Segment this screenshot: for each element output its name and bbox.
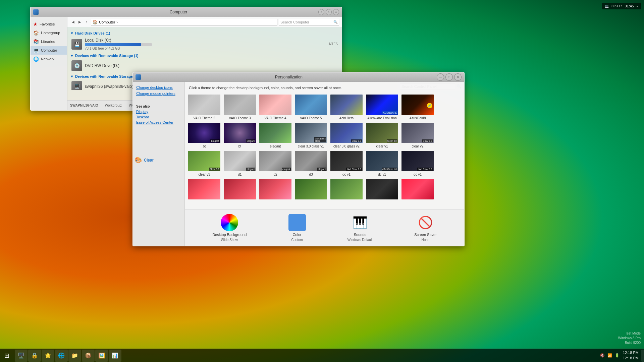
computer-forward-button[interactable]: ▶ <box>77 19 83 25</box>
taskbar-btn-6[interactable]: 📦 <box>82 350 95 362</box>
clear-icon: 🎨 <box>135 157 142 164</box>
removable1-label: Devices with Removable Storage (1) <box>75 54 139 58</box>
personalization-bottom-bar: Desktop Background Slide Show Color Cust… <box>185 209 464 246</box>
sounds-item[interactable]: 🎹 Sounds Windows Default <box>347 214 373 242</box>
libraries-icon: 📚 <box>33 39 39 44</box>
theme-item-d2[interactable]: elegant d2 <box>259 150 292 176</box>
removable2-label: Devices with Removable Storage (1) <box>75 74 139 78</box>
theme-item-clear30v1[interactable]: dark glassclear clear 3.0 glass v1 <box>294 122 328 148</box>
theme-thumb-vaio3 <box>223 94 257 116</box>
computer-address-path[interactable]: 🏠 Computer › <box>91 19 277 25</box>
theme-item-elegant[interactable]: elegant <box>259 122 292 148</box>
taskbar-btn-7[interactable]: 🖼️ <box>95 350 108 362</box>
computer-maximize-button[interactable]: ○ <box>326 9 332 15</box>
sidebar-item-network[interactable]: 🌐 Network <box>31 55 67 63</box>
theme-thumb-clear30v2: Clear 3.0 <box>330 122 363 144</box>
tray-volume-icon[interactable]: 🔇 <box>600 353 605 358</box>
computer-close-button[interactable]: ○ <box>333 9 339 15</box>
dvd-drive-name: DVD RW Drive (D:) <box>85 63 338 68</box>
address-separator: › <box>116 20 118 24</box>
theme-label-bt1: bt <box>203 144 206 148</box>
theme-item-clearv3[interactable]: Clear 3.0 clear v3 <box>187 150 221 176</box>
test-mode-line2: Windows 8 Pro <box>618 336 641 341</box>
theme-thumb-vaio2 <box>187 94 221 116</box>
taskbar-btn-3[interactable]: ⭐ <box>42 350 54 362</box>
sidebar-item-computer[interactable]: 💻 Computer <box>31 46 67 55</box>
theme-item-bt2[interactable]: Elegant bt <box>223 122 257 148</box>
taskbar-link[interactable]: Taskbar <box>133 114 184 120</box>
theme-item-row4-1[interactable] <box>187 178 221 200</box>
screen-saver-item[interactable]: 🚫 Screen Saver None <box>414 214 437 242</box>
theme-item-clear30v2[interactable]: Clear 3.0 clear 3.0 glass v2 <box>330 122 363 148</box>
tray-battery-icon[interactable]: 🔋 <box>615 353 620 358</box>
change-mouse-pointers-link[interactable]: Change mouse pointers <box>133 90 184 97</box>
computer-back-button[interactable]: ◀ <box>70 19 76 25</box>
computer-window-title: Computer <box>39 10 318 14</box>
theme-item-clearv2[interactable]: Clear 3.0 clear v2 <box>401 122 434 148</box>
computer-search-box[interactable]: Search Computer 🔍 <box>279 19 339 25</box>
theme-item-row4-5[interactable] <box>330 178 363 200</box>
computer-up-button[interactable]: ↑ <box>84 19 90 25</box>
dvd-drive-item[interactable]: 💿 DVD RW Drive (D:) <box>70 58 339 73</box>
theme-item-row4-7[interactable] <box>401 178 434 200</box>
desktop-background-item[interactable]: Desktop Background Slide Show <box>212 214 247 242</box>
local-disk-fill <box>85 43 141 46</box>
tray-network-icon[interactable]: 📶 <box>607 353 612 358</box>
theme-item-acid[interactable]: Acid Beta <box>330 94 363 120</box>
theme-item-empty2 <box>436 122 464 148</box>
theme-thumb-row4-4 <box>294 178 328 200</box>
computer-minimize-button[interactable]: ○ <box>318 9 324 15</box>
theme-item-vaio3[interactable]: VAIO Theme 3 <box>223 94 257 120</box>
theme-label-clearv1: clear v1 <box>376 144 388 148</box>
local-disk-name: Local Disk (C:) <box>85 38 326 43</box>
theme-item-vaio2[interactable]: VAIO Theme 2 <box>187 94 221 120</box>
display-link[interactable]: Display <box>133 109 184 114</box>
taskbar-btn-4[interactable]: 🌐 <box>55 350 68 362</box>
sidebar-item-libraries[interactable]: 📚 Libraries <box>31 37 67 46</box>
theme-item-row4-4[interactable] <box>294 178 328 200</box>
taskbar-btn-2[interactable]: 🔒 <box>28 350 41 362</box>
sidebar-item-favorites[interactable]: ★ Favorites <box>31 20 67 28</box>
personalization-minimize-button[interactable]: — <box>437 73 444 81</box>
theme-item-dcv1b[interactable]: dArt Clear 1.0 dc v1 <box>365 150 399 176</box>
computer-icon: 💻 <box>33 48 39 53</box>
theme-item-d3[interactable]: elegant d3 <box>294 150 328 176</box>
taskbar-btn-1[interactable]: 🖥️ <box>15 350 28 362</box>
color-sublabel: Custom <box>291 238 303 242</box>
workgroup-label: Workgroup: <box>105 104 122 107</box>
personalization-maximize-button[interactable]: □ <box>445 73 453 81</box>
theme-thumb-dcv1a: dArt Clear 1.0 <box>330 150 363 172</box>
sidebar-item-homegroup[interactable]: 🏠 Homegroup <box>31 28 67 37</box>
theme-item-row4-2[interactable] <box>223 178 257 200</box>
theme-thumb-row4-2 <box>223 178 257 200</box>
clear-button[interactable]: 🎨 Clear <box>135 157 154 164</box>
theme-item-row4-3[interactable] <box>259 178 292 200</box>
show-desktop-button[interactable] <box>641 350 644 362</box>
screen-saver-label: Screen Saver <box>414 233 437 237</box>
local-disk-item[interactable]: 💾 Local Disk (C:) 73.1 GB free of 452 GB… <box>70 36 339 52</box>
theme-item-clearv1[interactable]: Clear 3.0 clear v1 <box>365 122 399 148</box>
personalization-close-button[interactable]: ✕ <box>454 73 462 81</box>
theme-item-alienware[interactable]: ALIENWARE Alienware Evolution <box>365 94 399 120</box>
taskbar-btn-8[interactable]: 📊 <box>109 350 121 362</box>
change-desktop-icons-link[interactable]: Change desktop icons <box>133 84 184 90</box>
theme-thumb-bt2: Elegant <box>223 122 257 144</box>
theme-item-vaio4[interactable]: VAIO Theme 4 <box>259 94 292 120</box>
taskbar-clock[interactable]: 12:18 PM 12:18 PM <box>623 350 641 361</box>
section-arrow-hdd: ▼ <box>70 31 74 35</box>
theme-thumb-row4-7 <box>401 178 434 200</box>
theme-item-d1[interactable]: elegant d1 <box>223 150 257 176</box>
taskbar-btn-5[interactable]: 📁 <box>68 350 81 362</box>
theme-item-row4-6[interactable] <box>365 178 399 200</box>
color-item[interactable]: Color Custom <box>288 214 306 242</box>
theme-label-d1: d1 <box>238 173 241 176</box>
theme-item-dcv1a[interactable]: dArt Clear 1.0 dc v1 <box>330 150 363 176</box>
theme-item-dcv1c[interactable]: dArt Clear 1.0 dc v1 <box>401 150 434 176</box>
start-button[interactable]: ⊞ <box>0 349 13 362</box>
theme-thumb-dcv1c: dArt Clear 1.0 <box>401 150 434 172</box>
theme-item-asusgold[interactable]: 🔗 AsusGold8 <box>401 94 434 120</box>
theme-item-vaio5[interactable]: VAIO Theme 5 <box>294 94 328 120</box>
theme-thumb-elegant <box>259 122 292 144</box>
ease-of-access-link[interactable]: Ease of Access Center <box>133 120 184 125</box>
theme-item-bt1[interactable]: Elegant bt <box>187 122 221 148</box>
